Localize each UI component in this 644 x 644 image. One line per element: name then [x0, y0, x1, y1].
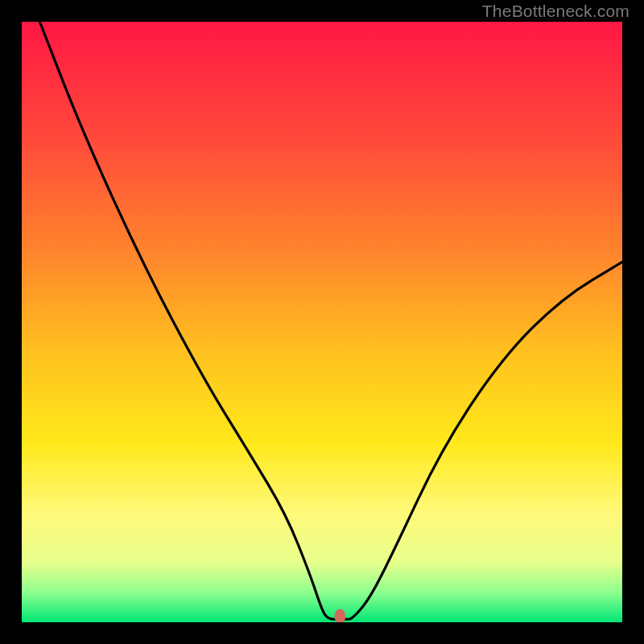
bottleneck-chart — [0, 0, 644, 644]
minimum-marker — [334, 609, 345, 624]
chart-frame: TheBottleneck.com — [0, 0, 644, 644]
plot-background — [22, 22, 622, 622]
watermark-label: TheBottleneck.com — [482, 2, 630, 21]
